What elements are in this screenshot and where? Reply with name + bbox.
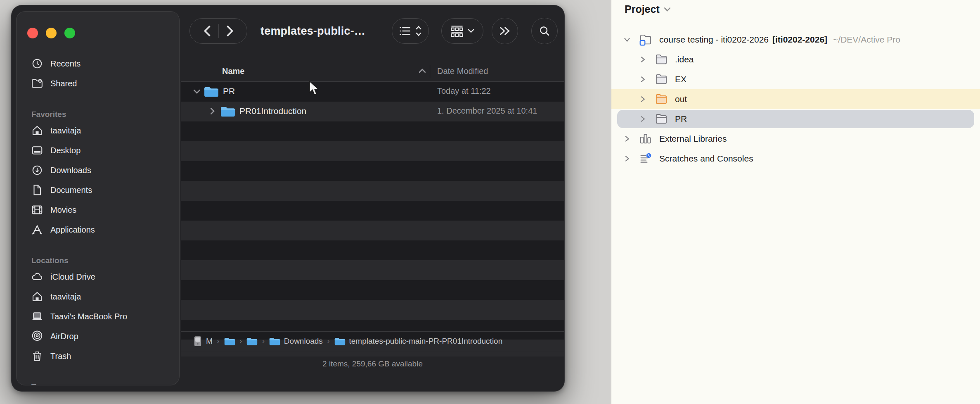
tree-row-out[interactable]: out [611,89,980,109]
tree-row-external-libraries[interactable]: External Libraries [611,129,980,149]
close-button[interactable] [27,28,38,38]
status-text: 2 items, 259,66 GB available [322,359,423,391]
clock-icon [31,57,44,70]
path-separator: › [240,337,242,345]
sidebar-item-shared[interactable]: Shared [17,74,179,93]
sidebar-item-label: Trash [50,352,71,361]
sidebar-item-documents[interactable]: Documents [17,180,179,200]
sidebar-item-movies[interactable]: Movies [17,200,179,220]
chevron-collapsed-icon[interactable] [638,114,648,124]
sidebar-item-label: taavitaja [50,292,81,302]
project-view-title: Project [625,3,660,15]
sidebar-item-downloads[interactable]: Downloads [17,160,179,180]
project-root-label: course testing - iti0202-2026 [659,35,769,45]
sidebar-section-header: Tags [17,377,179,385]
zoom-button[interactable] [64,28,75,38]
selection-highlight [617,110,974,128]
path-separator: › [262,337,265,345]
home-icon [31,290,44,303]
download-icon [31,164,44,177]
disk-icon [193,335,202,347]
chevron-collapsed-icon[interactable] [638,94,648,104]
tree-row-project-root[interactable]: course testing - iti0202-2026 [iti0202-2… [611,30,980,50]
sidebar-item-trash[interactable]: Trash [17,346,179,366]
sidebar-item-label: taavitaja [50,126,81,135]
sidebar-item-label: Recents [50,59,80,69]
ide-project-panel: Project course testing - iti0202-2026 [i… [611,0,980,404]
desktop-icon [31,144,44,157]
sidebar-item-applications[interactable]: Applications [17,220,179,240]
sidebar-item-label: Taavi's MacBook Pro [50,312,127,321]
sidebar-list: Recents Shared Favorites taavitaja [17,54,179,385]
minimize-button[interactable] [46,28,57,38]
column-divider[interactable] [430,65,430,78]
search-button[interactable] [531,18,558,44]
chevron-collapsed-icon[interactable] [622,154,632,164]
tree-item-label: out [675,94,687,104]
project-tool-window-header[interactable]: Project [625,3,671,15]
document-icon [31,183,44,197]
scratches-icon [639,152,652,165]
sidebar-item-recents[interactable]: Recents [17,54,179,74]
file-row-pr[interactable]: PR Today at 11:22 [181,82,564,102]
path-item-downloads[interactable]: Downloads [284,337,323,346]
view-as-list-button[interactable] [392,18,429,44]
cloud-icon [31,270,44,283]
chevron-collapsed-icon[interactable] [638,74,648,84]
column-header-name[interactable]: Name [222,67,244,76]
chevron-expanded-icon[interactable] [622,35,632,45]
sidebar-item-icloud-drive[interactable]: iCloud Drive [17,267,179,287]
sidebar-item-label: Desktop [50,146,80,155]
path-item-current[interactable]: templates-public-main-PR-PR01Introductio… [349,337,503,346]
tree-item-label: PR [675,114,687,124]
folder-icon[interactable] [246,337,258,346]
file-row-pr01introduction[interactable]: PR01Introduction 1. December 2025 at 10:… [181,102,564,121]
nav-divider [218,24,219,38]
list-view-icon [399,26,411,36]
more-toolbar-items-button[interactable] [492,18,518,44]
tree-row-pr[interactable]: PR [611,109,980,129]
path-bar: M › › › Downloads › templates-public [181,331,564,351]
disclosure-expanded-icon[interactable] [193,89,201,95]
folder-icon[interactable] [224,337,235,346]
chevron-collapsed-icon[interactable] [622,134,632,144]
sort-stepper-icon [415,25,422,37]
window-controls [27,28,75,38]
tree-row-scratches-and-consoles[interactable]: Scratches and Consoles [611,149,980,169]
tree-row-idea[interactable]: .idea [611,50,980,69]
finder-window: Recents Shared Favorites taavitaja [11,5,565,392]
group-grid-icon [450,25,464,37]
airdrop-icon [31,330,44,343]
disclosure-collapsed-icon[interactable] [210,107,215,115]
path-separator: › [327,337,330,345]
sidebar-item-label: iCloud Drive [50,272,95,282]
trash-icon [31,349,44,363]
finder-content: templates-public-… [181,5,564,391]
sidebar-section-header: Locations [17,250,179,267]
folder-icon [269,337,280,346]
forward-button[interactable] [225,25,234,37]
tree-row-ex[interactable]: EX [611,69,980,89]
file-date: Today at 11:22 [437,86,491,96]
back-button[interactable] [203,25,212,37]
excluded-folder-icon [655,93,668,105]
path-separator: › [217,337,220,345]
sidebar-item-airdrop[interactable]: AirDrop [17,326,179,346]
sidebar-item-taavitaja-location[interactable]: taavitaja [17,287,179,307]
project-tree: course testing - iti0202-2026 [iti0202-2… [611,30,980,169]
group-by-button[interactable] [441,18,483,44]
tree-item-label: External Libraries [659,134,727,144]
laptop-icon [31,310,44,323]
sidebar-item-label: Applications [50,225,95,235]
sidebar-item-desktop[interactable]: Desktop [17,140,179,160]
chevron-collapsed-icon[interactable] [638,55,648,64]
sidebar-section-header: Favorites [17,104,179,121]
sidebar-section-favorites: Favorites taavitaja Desktop [17,104,179,240]
folder-icon [204,86,219,97]
sidebar-item-macbook[interactable]: Taavi's MacBook Pro [17,307,179,326]
path-item[interactable]: M [206,337,213,346]
window-title: templates-public-… [260,25,365,38]
folder-icon [220,106,235,117]
column-header-date-modified[interactable]: Date Modified [437,67,488,76]
sidebar-item-taavitaja[interactable]: taavitaja [17,121,179,140]
